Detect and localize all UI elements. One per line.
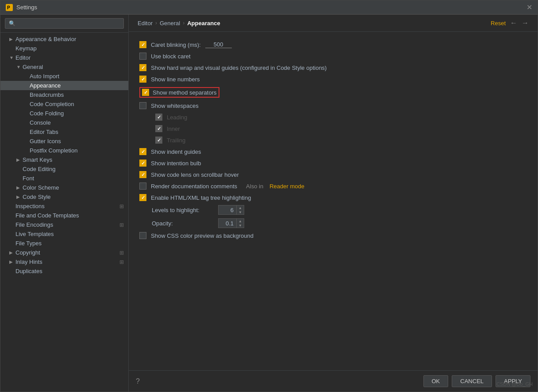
levels-down-button[interactable]: ▼ [237, 210, 244, 214]
sidebar-item-console[interactable]: Console [0, 118, 128, 127]
sidebar-item-live-templates[interactable]: Live Templates [0, 229, 128, 239]
sidebar-item-keymap[interactable]: Keymap [0, 44, 128, 53]
sidebar-item-file-types[interactable]: File Types [0, 239, 128, 248]
opacity-spinner-btns: ▲ ▼ [236, 219, 244, 228]
caret-blinking-checkbox[interactable]: ✓ [139, 41, 146, 48]
sidebar-item-font[interactable]: Font [0, 174, 128, 183]
sidebar-item-label: File and Code Templates [15, 212, 124, 219]
title-bar: P Settings ✕ [0, 0, 538, 15]
sidebar-item-file-encodings[interactable]: File Encodings ⊞ [0, 220, 128, 229]
sidebar-item-label: Live Templates [15, 231, 124, 237]
show-line-numbers-row: ✓ Show line numbers [139, 73, 527, 85]
trailing-label: Trailing [167, 137, 185, 144]
render-doc-comments-row: Render documentation comments Also in Re… [139, 180, 527, 192]
show-whitespaces-label: Show whitespaces [151, 103, 199, 109]
trailing-row: ✓ Trailing [139, 134, 527, 146]
sidebar-item-auto-import[interactable]: Auto Import [0, 72, 128, 81]
show-intention-bulb-row: ✓ Show intention bulb [139, 157, 527, 169]
cancel-button[interactable]: CANCEL [452, 375, 492, 387]
levels-spinner-btns: ▲ ▼ [236, 206, 244, 214]
sidebar-item-appearance-behavior[interactable]: ▶ Appearance & Behavior [0, 34, 128, 44]
opacity-spinner: 0.1 ▲ ▼ [218, 218, 244, 228]
sidebar-item-postfix-completion[interactable]: Postfix Completion [0, 146, 128, 155]
help-button[interactable]: ? [136, 377, 140, 385]
show-method-separators-checkbox[interactable]: ✓ [142, 89, 149, 96]
settings-window: P Settings ✕ ▶ Appearance & Behavior Key… [0, 0, 538, 392]
enable-html-xml-label: Enable HTML/XML tag tree highlighting [151, 194, 251, 201]
show-code-lens-checkbox[interactable]: ✓ [139, 171, 146, 178]
sidebar-item-file-code-templates[interactable]: File and Code Templates [0, 211, 128, 220]
show-code-lens-label: Show code lens on scrollbar hover [151, 171, 239, 178]
render-doc-comments-checkbox[interactable] [139, 183, 146, 190]
close-button[interactable]: ✕ [526, 3, 532, 11]
sidebar-item-editor-tabs[interactable]: Editor Tabs [0, 127, 128, 137]
also-in-text: Also in [246, 183, 263, 190]
show-intention-bulb-checkbox[interactable]: ✓ [139, 160, 146, 167]
show-indent-guides-checkbox[interactable]: ✓ [139, 148, 146, 155]
leading-label: Leading [167, 114, 187, 121]
sidebar-item-label: Appearance & Behavior [15, 36, 124, 42]
forward-button[interactable]: → [522, 19, 529, 27]
opacity-down-button[interactable]: ▼ [237, 223, 244, 228]
sidebar-item-code-completion[interactable]: Code Completion [0, 99, 128, 109]
caret-blinking-label: Caret blinking (ms): [151, 42, 201, 48]
render-doc-comments-label: Render documentation comments [151, 183, 237, 190]
sidebar-item-code-style[interactable]: ▶ Code Style [0, 192, 128, 202]
sidebar-item-copyright[interactable]: ▶ Copyright ⊞ [0, 248, 128, 257]
show-css-color-label: Show CSS color preview as background [151, 232, 254, 239]
levels-up-button[interactable]: ▲ [237, 206, 244, 210]
ok-button[interactable]: OK [423, 375, 449, 387]
settings-content: ✓ Caret blinking (ms): Use block caret ✓… [129, 32, 538, 370]
sidebar-item-code-editing[interactable]: Code Editing [0, 164, 128, 174]
sidebar-item-label: Editor [15, 54, 124, 61]
breadcrumb-general[interactable]: General [160, 20, 180, 27]
show-line-numbers-checkbox[interactable]: ✓ [139, 76, 146, 83]
expand-icon: ▶ [9, 250, 15, 255]
use-block-caret-checkbox[interactable] [139, 53, 146, 60]
reset-button[interactable]: Reset [491, 20, 506, 27]
opacity-label: Opacity: [152, 220, 214, 227]
bottom-bar: ? OK CANCEL APPLY [129, 370, 538, 392]
show-whitespaces-row: Show whitespaces [139, 100, 527, 111]
levels-value: 6 [219, 206, 236, 214]
main-content: ▶ Appearance & Behavior Keymap ▼ Editor … [0, 15, 538, 392]
enable-html-xml-checkbox[interactable]: ✓ [139, 194, 146, 201]
sidebar-item-label: Color Scheme [23, 184, 124, 191]
back-button[interactable]: ← [510, 19, 517, 27]
sidebar-item-code-folding[interactable]: Code Folding [0, 109, 128, 118]
sidebar-item-breadcrumbs[interactable]: Breadcrumbs [0, 90, 128, 99]
sidebar-item-inspections[interactable]: Inspections ⊞ [0, 202, 128, 211]
sidebar-item-label: Inspections [15, 203, 45, 209]
inner-checkbox[interactable]: ✓ [155, 125, 162, 132]
expand-icon: ▼ [16, 65, 23, 69]
leading-checkbox[interactable]: ✓ [155, 114, 162, 121]
trailing-checkbox[interactable]: ✓ [155, 137, 162, 144]
show-code-lens-row: ✓ Show code lens on scrollbar hover [139, 169, 527, 180]
show-hard-wrap-label: Show hard wrap and visual guides (config… [151, 65, 327, 71]
sidebar-item-appearance[interactable]: Appearance [0, 81, 128, 90]
breadcrumb-editor[interactable]: Editor [138, 20, 153, 27]
sidebar-item-color-scheme[interactable]: ▶ Color Scheme [0, 183, 128, 192]
sidebar-item-label: Console [30, 119, 124, 126]
sidebar-item-label: Code Folding [30, 110, 124, 117]
sidebar-item-duplicates[interactable]: Duplicates [0, 266, 128, 276]
search-input[interactable] [5, 18, 124, 29]
sidebar-item-label: Duplicates [15, 268, 124, 274]
enable-html-xml-row: ✓ Enable HTML/XML tag tree highlighting [139, 192, 527, 203]
sidebar-item-inlay-hints[interactable]: ▶ Inlay Hints ⊞ [0, 257, 128, 266]
sidebar-item-label: File Types [15, 240, 124, 247]
sidebar-item-gutter-icons[interactable]: Gutter Icons [0, 137, 128, 146]
show-hard-wrap-checkbox[interactable]: ✓ [139, 64, 146, 71]
show-method-separators-row: ✓ Show method separators [139, 85, 527, 100]
show-indent-guides-label: Show indent guides [151, 148, 201, 155]
sidebar-item-general[interactable]: ▼ General [0, 62, 128, 72]
sidebar-item-editor[interactable]: ▼ Editor [0, 53, 128, 62]
show-whitespaces-checkbox[interactable] [139, 102, 146, 109]
breadcrumb-actions: Reset ← → [491, 19, 529, 27]
sidebar-item-smart-keys[interactable]: ▶ Smart Keys [0, 155, 128, 164]
show-css-color-checkbox[interactable] [139, 232, 146, 239]
reader-mode-link[interactable]: Reader mode [269, 183, 304, 190]
expand-icon: ▶ [16, 194, 23, 199]
caret-blinking-input[interactable] [205, 41, 232, 48]
opacity-up-button[interactable]: ▲ [237, 219, 244, 223]
